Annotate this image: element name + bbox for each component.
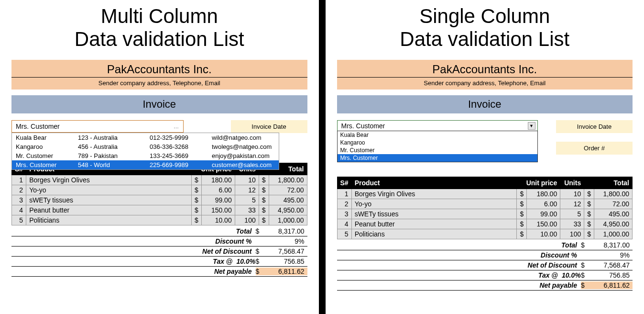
cell-cur[interactable]: $ xyxy=(191,205,201,215)
invoice-table: S# Product Unit price Units Total 1Borge… xyxy=(11,163,307,225)
cell-units[interactable]: 10 xyxy=(235,175,259,185)
cell-cur[interactable]: $ xyxy=(584,209,594,219)
cell-cur[interactable]: $ xyxy=(259,195,269,205)
cell-sn[interactable]: 1 xyxy=(12,175,26,185)
cell-cur[interactable]: $ xyxy=(191,215,201,225)
cell-total[interactable]: 495.00 xyxy=(269,195,307,205)
cell-price[interactable]: 10.00 xyxy=(201,215,235,225)
cell-product[interactable]: Yo-yo xyxy=(26,185,192,195)
cell-total[interactable]: 1,000.00 xyxy=(269,215,307,225)
cell-cur[interactable]: $ xyxy=(259,205,269,215)
cell-price[interactable]: 6.00 xyxy=(527,199,560,209)
cell-cur[interactable]: $ xyxy=(517,229,527,239)
cell-sn[interactable]: 5 xyxy=(337,229,351,239)
cell-price[interactable]: 150.00 xyxy=(201,205,235,215)
customer-multi-dropdown[interactable]: Mrs. Customer … Kuala Bear 123 - Austral… xyxy=(11,120,226,133)
chevron-down-icon[interactable]: ▼ xyxy=(528,122,535,130)
customer-multi-list[interactable]: Kuala Bear 123 - Australia 012-325-9999 … xyxy=(11,133,279,170)
cell-units[interactable]: 12 xyxy=(560,199,584,209)
cell-total[interactable]: 1,800.00 xyxy=(594,189,633,199)
right-title-line2: Data validation List xyxy=(400,28,569,50)
cell-cur[interactable]: $ xyxy=(517,189,527,199)
cell-product[interactable]: Politicians xyxy=(351,229,517,239)
ellipsis-icon[interactable]: … xyxy=(174,123,179,129)
table-row[interactable]: 3sWETy tissues$99.005$495.00 xyxy=(12,195,307,205)
cell-cur[interactable]: $ xyxy=(584,199,594,209)
cell-cur[interactable]: $ xyxy=(259,175,269,185)
cell-cur[interactable]: $ xyxy=(517,219,527,229)
cell-total[interactable]: 495.00 xyxy=(594,209,633,219)
cell-units[interactable]: 10 xyxy=(560,189,584,199)
cell-total[interactable]: 1,000.00 xyxy=(594,229,633,239)
cell-cur[interactable]: $ xyxy=(584,229,594,239)
cell-total[interactable]: 72.00 xyxy=(269,185,307,195)
cell-cur[interactable]: $ xyxy=(517,199,527,209)
cell-units[interactable]: 100 xyxy=(235,215,259,225)
cell-cur[interactable]: $ xyxy=(584,189,594,199)
cell-price[interactable]: 99.00 xyxy=(527,209,560,219)
cell-cur[interactable]: $ xyxy=(259,215,269,225)
cell-product[interactable]: Yo-yo xyxy=(351,199,517,209)
cell-price[interactable]: 180.00 xyxy=(201,175,235,185)
cell-cur[interactable]: $ xyxy=(191,185,201,195)
cell-cur[interactable]: $ xyxy=(584,219,594,229)
cell-price[interactable]: 180.00 xyxy=(527,189,560,199)
cell-total[interactable]: 4,950.00 xyxy=(594,219,633,229)
table-row[interactable]: 5Politicians$10.00100$1,000.00 xyxy=(12,215,307,225)
customer-multi-input[interactable]: Mrs. Customer … xyxy=(11,120,184,133)
cell-total[interactable]: 4,950.00 xyxy=(269,205,307,215)
dd-row[interactable]: Kuala Bear 123 - Australia 012-325-9999 … xyxy=(12,133,279,142)
cell-cur[interactable]: $ xyxy=(191,175,201,185)
cell-price[interactable]: 150.00 xyxy=(527,219,560,229)
cell-sn[interactable]: 3 xyxy=(337,209,351,219)
cell-cur[interactable]: $ xyxy=(259,185,269,195)
table-row[interactable]: 5Politicians$10.00100$1,000.00 xyxy=(337,229,633,239)
dd-row[interactable]: Mr. Customer 789 - Pakistan 133-245-3669… xyxy=(12,151,279,160)
cell-price[interactable]: 6.00 xyxy=(201,185,235,195)
cell-sn[interactable]: 4 xyxy=(337,219,351,229)
cell-product[interactable]: sWETy tissues xyxy=(26,195,192,205)
cell-sn[interactable]: 5 xyxy=(12,215,26,225)
customer-single-dropdown[interactable]: Mrs. Customer ▼ Kuala Bear Kangaroo Mr. … xyxy=(337,120,552,132)
cell-product[interactable]: Borges Virgin Olives xyxy=(351,189,517,199)
cell-units[interactable]: 100 xyxy=(560,229,584,239)
cell-price[interactable]: 10.00 xyxy=(527,229,560,239)
table-row[interactable]: 3sWETy tissues$99.005$495.00 xyxy=(337,209,633,219)
cell-units[interactable]: 33 xyxy=(560,219,584,229)
cell-product[interactable]: sWETy tissues xyxy=(351,209,517,219)
cell-product[interactable]: Peanut butter xyxy=(26,205,192,215)
dd-row[interactable]: Kangaroo 456 - Australia 036-336-3268 tw… xyxy=(12,142,279,151)
cell-price[interactable]: 99.00 xyxy=(201,195,235,205)
cell-product[interactable]: Peanut butter xyxy=(351,219,517,229)
table-row[interactable]: 4Peanut butter$150.0033$4,950.00 xyxy=(337,219,633,229)
cell-sn[interactable]: 3 xyxy=(12,195,26,205)
cell-sn[interactable]: 1 xyxy=(337,189,351,199)
dd-row[interactable]: Mr. Customer xyxy=(338,146,537,154)
cell-units[interactable]: 12 xyxy=(235,185,259,195)
th-units: Units xyxy=(560,177,584,189)
cell-cur[interactable]: $ xyxy=(191,195,201,205)
dd-row[interactable]: Kangaroo xyxy=(338,139,537,146)
cell-units[interactable]: 5 xyxy=(560,209,584,219)
cell-sn[interactable]: 2 xyxy=(12,185,26,195)
table-row[interactable]: 2Yo-yo$6.0012$72.00 xyxy=(337,199,633,209)
cell-total[interactable]: 1,800.00 xyxy=(269,175,307,185)
customer-single-list[interactable]: Kuala Bear Kangaroo Mr. Customer Mrs. Cu… xyxy=(337,131,538,162)
customer-single-input[interactable]: Mrs. Customer ▼ xyxy=(337,120,538,132)
table-row[interactable]: 2Yo-yo$6.0012$72.00 xyxy=(12,185,307,195)
cell-cur[interactable]: $ xyxy=(517,209,527,219)
cell-product[interactable]: Politicians xyxy=(26,215,192,225)
dd-row-selected[interactable]: Mrs. Customer xyxy=(338,154,537,162)
dd-row[interactable]: Kuala Bear xyxy=(338,131,537,139)
table-row[interactable]: 1Borges Virgin Olives$180.0010$1,800.00 xyxy=(12,175,307,185)
cell-units[interactable]: 5 xyxy=(235,195,259,205)
cell-units[interactable]: 33 xyxy=(235,205,259,215)
table-row[interactable]: 4Peanut butter$150.0033$4,950.00 xyxy=(12,205,307,215)
cell-sn[interactable]: 2 xyxy=(337,199,351,209)
cell-total[interactable]: 72.00 xyxy=(594,199,633,209)
cell-product[interactable]: Borges Virgin Olives xyxy=(26,175,192,185)
table-row[interactable]: 1Borges Virgin Olives$180.0010$1,800.00 xyxy=(337,189,633,199)
company-band: PakAccountants Inc. xyxy=(11,60,307,78)
cell-sn[interactable]: 4 xyxy=(12,205,26,215)
dd-row-selected[interactable]: Mrs. Customer 548 - World 225-669-9989 c… xyxy=(12,160,279,169)
